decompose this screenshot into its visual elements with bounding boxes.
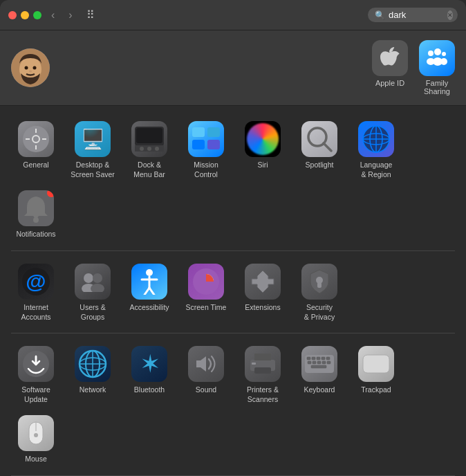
pref-label-screen-time: Screen Time — [186, 303, 227, 313]
pref-icon-general — [18, 121, 54, 157]
minimize-button[interactable] — [21, 11, 29, 19]
svg-point-41 — [146, 269, 153, 276]
section-2: @InternetAccountsUsers &GroupsAccessibil… — [6, 255, 460, 329]
svg-rect-48 — [317, 282, 321, 288]
pref-item-network[interactable]: Network — [65, 340, 120, 408]
pref-icon-printers-scanners — [245, 346, 281, 382]
family-icon — [425, 48, 449, 68]
pref-icon-trackpad — [358, 346, 394, 382]
notification-badge — [47, 190, 54, 197]
svg-point-10 — [440, 58, 447, 65]
avatar[interactable] — [11, 48, 50, 87]
svg-rect-66 — [308, 361, 311, 364]
pref-label-spotlight: Spotlight — [306, 161, 334, 170]
pref-label-internet-accounts: InternetAccounts — [21, 303, 50, 322]
avatar-image — [11, 48, 50, 87]
svg-marker-55 — [196, 356, 206, 372]
pref-icon-extensions — [245, 264, 281, 300]
pref-icon-mouse — [18, 415, 54, 451]
pref-item-mouse[interactable]: Mouse — [8, 410, 64, 468]
pref-icon-desktop-screensaver: 🖥️ — [75, 121, 111, 157]
svg-point-9 — [442, 52, 446, 56]
pref-icon-accessibility — [131, 264, 167, 300]
svg-rect-68 — [317, 361, 321, 364]
svg-rect-67 — [313, 361, 316, 364]
user-section: Apple ID FamilySharing — [0, 30, 466, 106]
apple-id-icon — [372, 40, 408, 76]
family-sharing-button[interactable]: FamilySharing — [419, 40, 455, 95]
pref-item-trackpad[interactable]: Trackpad — [348, 340, 404, 408]
pref-item-sound[interactable]: Sound — [178, 340, 234, 408]
svg-line-28 — [324, 143, 331, 151]
svg-rect-64 — [321, 357, 325, 360]
search-input[interactable] — [389, 10, 444, 20]
apple-logo — [380, 47, 400, 69]
pref-icon-internet-accounts: @ — [18, 264, 54, 300]
svg-point-3 — [33, 66, 37, 70]
pref-icon-spotlight — [301, 121, 337, 157]
pref-label-siri: Siri — [257, 161, 268, 170]
pref-item-screen-time[interactable]: Screen Time — [178, 258, 234, 326]
svg-point-7 — [434, 48, 441, 55]
svg-rect-69 — [322, 361, 326, 364]
pref-item-accessibility[interactable]: Accessibility — [122, 258, 177, 326]
svg-rect-24 — [207, 127, 220, 137]
svg-point-37 — [84, 273, 93, 283]
svg-rect-25 — [192, 140, 205, 149]
divider-1 — [11, 250, 455, 251]
pref-item-language-region[interactable]: Language& Region — [348, 116, 404, 183]
pref-icon-sound — [188, 346, 224, 382]
svg-rect-72 — [363, 355, 389, 373]
pref-icon-language-region — [358, 121, 394, 157]
pref-label-desktop-screensaver: Desktop &Screen Saver — [71, 161, 115, 179]
pref-item-general[interactable]: General — [8, 116, 64, 183]
pref-item-software-update[interactable]: SoftwareUpdate — [8, 340, 64, 408]
svg-rect-58 — [254, 367, 271, 374]
close-button[interactable] — [8, 11, 17, 19]
divider-2 — [11, 333, 455, 333]
pref-item-desktop-screensaver[interactable]: 🖥️Desktop &Screen Saver — [65, 116, 120, 183]
pref-item-internet-accounts[interactable]: @InternetAccounts — [8, 258, 64, 326]
pref-icon-software-update — [18, 346, 54, 382]
pref-item-dock-menubar[interactable]: Dock &Menu Bar — [122, 116, 177, 183]
pref-icon-notifications — [18, 190, 54, 226]
pref-item-keyboard[interactable]: Keyboard — [292, 340, 347, 408]
apple-id-button[interactable]: Apple ID — [372, 40, 408, 95]
pref-label-language-region: Language& Region — [360, 161, 393, 179]
pref-item-notifications[interactable]: Notifications — [8, 185, 64, 244]
pref-item-spotlight[interactable]: Spotlight — [292, 116, 347, 183]
pref-label-mission-control: MissionControl — [194, 161, 218, 179]
apple-id-label: Apple ID — [375, 79, 404, 87]
preferences-container: General🖥️Desktop &Screen SaverDock &Menu… — [0, 106, 466, 476]
clear-search-button[interactable]: ✕ — [447, 10, 453, 20]
pref-item-security-privacy[interactable]: Security& Privacy — [292, 258, 347, 326]
maximize-button[interactable] — [33, 11, 41, 19]
pref-item-extensions[interactable]: Extensions — [235, 258, 290, 326]
pref-item-users-groups[interactable]: Users &Groups — [65, 258, 120, 326]
pref-icon-bluetooth: ✶ — [131, 346, 167, 382]
pref-icon-screen-time — [188, 264, 224, 300]
pref-icon-mission-control — [188, 121, 224, 157]
pref-label-security-privacy: Security& Privacy — [304, 303, 335, 322]
pref-item-mission-control[interactable]: MissionControl — [178, 116, 234, 183]
pref-icon-keyboard — [301, 346, 337, 382]
pref-icon-dock-menubar — [131, 121, 167, 157]
pref-label-general: General — [23, 161, 48, 170]
svg-rect-65 — [326, 357, 330, 360]
pref-icon-siri — [245, 121, 281, 157]
svg-rect-18 — [136, 128, 162, 143]
svg-point-75 — [34, 433, 38, 437]
pref-item-bluetooth[interactable]: ✶Bluetooth — [122, 340, 177, 408]
svg-point-2 — [25, 66, 28, 70]
pref-label-mouse: Mouse — [25, 455, 47, 464]
pref-item-printers-scanners[interactable]: Printers &Scanners — [235, 340, 290, 408]
forward-button[interactable]: › — [64, 6, 76, 24]
svg-line-44 — [145, 288, 149, 295]
pref-icon-users-groups — [75, 264, 111, 300]
search-box[interactable]: 🔍 ✕ — [368, 8, 458, 22]
grid-view-button[interactable]: ⠿ — [82, 6, 99, 24]
pref-label-accessibility: Accessibility — [129, 303, 169, 313]
family-sharing-icon — [419, 40, 455, 76]
pref-item-siri[interactable]: Siri — [235, 116, 290, 183]
back-button[interactable]: ‹ — [47, 6, 59, 24]
